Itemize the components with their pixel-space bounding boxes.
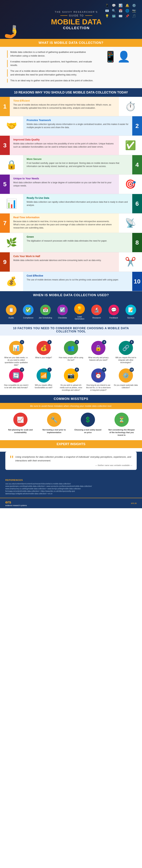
when-item-research: 🔬Research — [90, 305, 104, 319]
factor-circle-3: 3👥 — [64, 341, 78, 355]
scatter-icon-11: 💡 — [104, 14, 110, 18]
reason-icon-5: 🎯 — [119, 175, 142, 194]
reason-text-10: The use of mobile devices means allows y… — [27, 278, 129, 281]
what-image: 📱👤 — [99, 50, 135, 63]
reference-link-4[interactable]: takeloanapp.io/digital-articles/mobile-d… — [5, 493, 137, 495]
factor-num-9: 9 — [102, 368, 106, 372]
quote-mark: " — [10, 455, 14, 464]
what-layout: Mobile data collection is a method of ga… — [7, 50, 135, 85]
scatter-icon-8: 📅 — [118, 9, 123, 13]
what-paragraph: The use of a mobile device allows inform… — [7, 69, 96, 77]
reason-number-10: 10 — [132, 272, 142, 291]
reason-icon-4: 🔒 — [0, 155, 23, 175]
factor-item-6: 6🔄How compatible do you need it to be wi… — [3, 368, 29, 392]
misstep-text-0: Not planning for scale and sustainabilit… — [6, 429, 34, 434]
footer-url: ers.ie — [131, 502, 137, 504]
hand-phone-icon: 🤳 — [3, 24, 19, 39]
when-icon-3: ☑️ — [57, 305, 68, 315]
reason-number-8: 8 — [132, 233, 142, 252]
reason-text-7: Because data is collected in real time, … — [13, 220, 115, 229]
reason-row: 🔒More SecureIf not handled carefully, pa… — [0, 155, 142, 175]
misstep-circle-2: 💲 — [81, 413, 95, 427]
reason-content-7: Real-Time InformationBecause data is col… — [10, 214, 119, 233]
factor-circle-1: 1📊 — [9, 341, 23, 355]
reason-content-5: Unique to Your NeedsMost data collection… — [10, 175, 119, 194]
scatter-icon-4: 🔔 — [125, 3, 130, 7]
reason-row: 📊Ready-To-Use DataMobile data collection… — [0, 194, 142, 214]
when-icon-6: 💬 — [109, 305, 119, 315]
reason-title-5: Unique to Your Needs — [13, 177, 115, 180]
quote-text: Using smartphones for data collection pr… — [15, 455, 132, 463]
reason-row: 9Cuts Your Work In HalfMobile data colle… — [0, 252, 142, 272]
factor-num-4: 4 — [102, 340, 106, 344]
when-icon-1: ✅ — [23, 305, 33, 315]
factor-text-7: Will you require offline functionalities… — [31, 384, 56, 389]
logo-tagline: evidence research systems — [5, 504, 27, 506]
factor-icon-4: 🔒 — [95, 345, 102, 351]
factor-icon-2: 💰 — [40, 345, 47, 351]
hero-title: MOBILE DATA — [51, 18, 101, 26]
misstep-text-3: Not considering the lifespan of the tech… — [108, 429, 136, 437]
misstep-item-0: 📈Not planning for scale and sustainabili… — [6, 413, 34, 437]
factor-circle-9: 9⏰ — [91, 368, 105, 382]
reason-text-3: Mobile data collection software can redu… — [13, 142, 115, 149]
factor-icon-5: 🔗 — [122, 345, 129, 351]
expert-header: Expert Insights — [0, 440, 142, 448]
reason-title-1: Time-Efficient — [13, 99, 115, 102]
quote-text-block: Using smartphones for data collection pr… — [15, 455, 132, 466]
when-item-job-scheduling: 📅Job Scheduling — [38, 305, 52, 319]
when-label-2: Job Scheduling — [39, 317, 52, 319]
what-paragraph: Mobile data collection is a method of ga… — [7, 50, 96, 58]
reason-number-1: 1 — [0, 97, 10, 116]
when-item-checklists: ☑️Checklists — [55, 305, 70, 319]
factor-circle-7: 7📶 — [37, 368, 51, 382]
what-paragraph: It enables researchers to ask research q… — [7, 60, 96, 67]
when-label-7: Surveys — [127, 317, 134, 319]
factor-item-10: 10⚙️Do you require automatic data collec… — [113, 368, 139, 392]
hero-guide-label: GUIDE TO — [69, 14, 84, 17]
reason-text-8: The digitisation of research processes w… — [27, 239, 129, 243]
scatter-icon-10: 📷 — [131, 9, 137, 13]
scatter-icon-5: ⚙️ — [131, 3, 137, 7]
factor-text-5: Will you require this tool to integrate … — [113, 356, 139, 364]
misstep-circle-1: 🔧 — [47, 413, 61, 427]
hero-text-block: The Savvy Researcher's GUIDE TO MOBILE D… — [40, 10, 101, 30]
factor-icon-7: 📶 — [40, 372, 47, 379]
factor-icon-10: ⚙️ — [122, 372, 129, 379]
scatter-icon-1: 📱 — [104, 3, 110, 7]
reference-link-2[interactable]: www.smartsurvey.co.uk/blog/mobile-data-c… — [5, 488, 137, 490]
reason-title-3: Improved Data Quality — [13, 138, 115, 141]
reason-text-2: Mobile data collection typically stores … — [27, 123, 129, 129]
logo-text: ers — [5, 500, 11, 504]
factor-num-5: 5 — [129, 340, 134, 344]
references-section: REFERENCES cas.nyu.edu/content/dam/conte… — [0, 476, 142, 498]
scatter-icon-14: 📌 — [125, 14, 130, 18]
reason-number-9: 9 — [0, 252, 10, 272]
factor-num-7: 7 — [47, 368, 52, 372]
reason-icon-8: 🌿 — [0, 233, 23, 252]
reason-title-6: Ready-To-Use Data — [27, 196, 129, 199]
factor-item-9: 9⏰How long do you intend to use this too… — [86, 368, 111, 392]
factor-icon-3: 👥 — [68, 345, 74, 351]
factor-num-2: 2 — [47, 340, 52, 344]
what-text-block: Mobile data collection is a method of ga… — [7, 50, 96, 85]
misstep-text-2: Choosing a tool solely based on price — [74, 429, 102, 434]
reference-link-1[interactable]: www.questionpro.com/blog/mobile-data-col… — [5, 485, 137, 487]
factor-item-3: 3👥How many people will be using the tool… — [58, 341, 84, 366]
reason-title-9: Cuts Your Work In Half — [13, 255, 115, 258]
factors-section: 10 Factors You Need to Consider Before C… — [0, 324, 142, 395]
scatter-icon-7: 🔍 — [111, 9, 116, 13]
reason-content-10: Cost EffectiveThe use of mobile devices … — [23, 272, 132, 291]
when-label-0: Audits — [8, 317, 14, 319]
missteps-items: 📈Not planning for scale and sustainabili… — [0, 409, 142, 440]
reason-row: 5Unique to Your NeedsMost data collectio… — [0, 175, 142, 194]
reason-row: 🌿GreenThe digitisation of research proce… — [0, 233, 142, 252]
reference-link-0[interactable]: cas.nyu.edu/content/dam/content/cas/rese… — [5, 483, 137, 485]
factor-text-2: What is your budget? — [35, 356, 52, 359]
missteps-warning: Be sure to avoid these mistakes when cho… — [0, 403, 142, 409]
misstep-circle-0: 📈 — [13, 413, 27, 427]
when-icon-5: 🔬 — [91, 305, 102, 315]
reason-number-2: 2 — [132, 116, 142, 135]
reference-link-3[interactable]: formsapp.io/content/mobile-data-collecti… — [5, 490, 137, 492]
factor-text-6: How compatible do you need it to be with… — [3, 384, 29, 389]
